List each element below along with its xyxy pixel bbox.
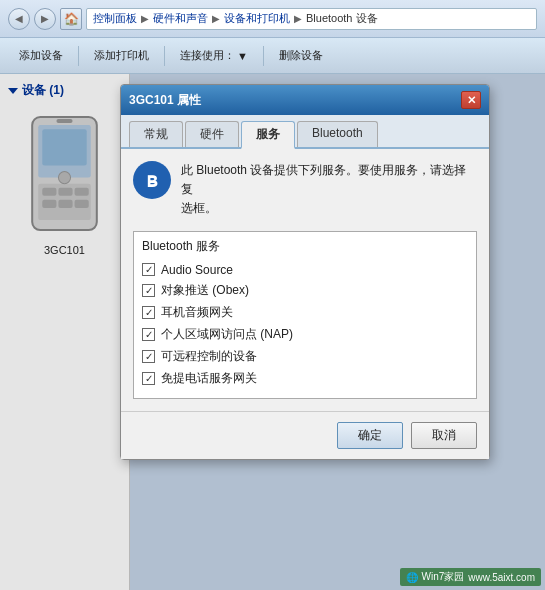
tab-services[interactable]: 服务 (241, 121, 295, 149)
service-item-obex: 对象推送 (Obex) (142, 282, 468, 299)
dropdown-arrow: ▼ (237, 50, 248, 62)
watermark: 🌐 Win7家园 www.5aixt.com (400, 568, 541, 586)
bluetooth-icon-circle: ʙ (133, 161, 171, 199)
main-content: 设备 (1) (0, 74, 545, 590)
back-button[interactable]: ◀ (8, 8, 30, 30)
dialog-body: ʙ 此 Bluetooth 设备提供下列服务。要使用服务，请选择复选框。 Blu… (121, 149, 489, 411)
dialog-close-button[interactable]: ✕ (461, 91, 481, 109)
dialog-tabs: 常规 硬件 服务 Bluetooth (121, 115, 489, 149)
dialog-titlebar: 3GC101 属性 ✕ (121, 85, 489, 115)
watermark-url: www.5aixt.com (468, 572, 535, 583)
service-checkbox-nap[interactable] (142, 328, 155, 341)
service-label-remote: 可远程控制的设备 (161, 348, 257, 365)
bluetooth-symbol: ʙ (146, 170, 158, 190)
service-label-headset: 耳机音频网关 (161, 304, 233, 321)
services-label: Bluetooth 服务 (142, 238, 468, 255)
breadcrumb: 控制面板 ▶ 硬件和声音 ▶ 设备和打印机 ▶ Bluetooth 设备 (86, 8, 537, 30)
toolbar-divider-2 (164, 46, 165, 66)
service-item-audio: Audio Source (142, 263, 468, 277)
watermark-icon: 🌐 (406, 572, 418, 583)
service-checkbox-handsfree[interactable] (142, 372, 155, 385)
ok-button[interactable]: 确定 (337, 422, 403, 449)
add-device-button[interactable]: 添加设备 (10, 44, 72, 67)
info-description: 此 Bluetooth 设备提供下列服务。要使用服务，请选择复选框。 (181, 161, 477, 219)
toolbar-divider-1 (78, 46, 79, 66)
service-item-nap: 个人区域网访问点 (NAP) (142, 326, 468, 343)
breadcrumb-controlpanel[interactable]: 控制面板 (93, 11, 137, 26)
home-button[interactable]: 🏠 (60, 8, 82, 30)
tab-hardware[interactable]: 硬件 (185, 121, 239, 147)
service-label-nap: 个人区域网访问点 (NAP) (161, 326, 293, 343)
breadcrumb-bluetooth: Bluetooth 设备 (306, 11, 378, 26)
add-printer-label: 添加打印机 (94, 48, 149, 63)
dialog-title: 3GC101 属性 (129, 92, 201, 109)
connect-button[interactable]: 连接使用： ▼ (171, 44, 257, 67)
service-checkbox-headset[interactable] (142, 306, 155, 319)
properties-dialog: 3GC101 属性 ✕ 常规 硬件 服务 Bluetooth ʙ 此 Bluet… (120, 84, 490, 460)
watermark-badge: Win7家园 (422, 570, 465, 584)
service-label-obex: 对象推送 (Obex) (161, 282, 249, 299)
breadcrumb-devices[interactable]: 设备和打印机 (224, 11, 290, 26)
service-checkbox-audio[interactable] (142, 263, 155, 276)
connect-label: 连接使用： (180, 48, 235, 63)
service-item-remote: 可远程控制的设备 (142, 348, 468, 365)
service-label-handsfree: 免提电话服务网关 (161, 370, 257, 387)
forward-button[interactable]: ▶ (34, 8, 56, 30)
tab-general[interactable]: 常规 (129, 121, 183, 147)
toolbar-divider-3 (263, 46, 264, 66)
dialog-footer: 确定 取消 (121, 411, 489, 459)
cancel-button[interactable]: 取消 (411, 422, 477, 449)
address-bar: ◀ ▶ 🏠 控制面板 ▶ 硬件和声音 ▶ 设备和打印机 ▶ Bluetooth … (0, 0, 545, 38)
toolbar: 添加设备 添加打印机 连接使用： ▼ 删除设备 (0, 38, 545, 74)
service-label-audio: Audio Source (161, 263, 233, 277)
service-checkbox-remote[interactable] (142, 350, 155, 363)
delete-device-label: 删除设备 (279, 48, 323, 63)
tab-bluetooth[interactable]: Bluetooth (297, 121, 378, 147)
service-checkbox-obex[interactable] (142, 284, 155, 297)
delete-device-button[interactable]: 删除设备 (270, 44, 332, 67)
breadcrumb-hardware[interactable]: 硬件和声音 (153, 11, 208, 26)
add-device-label: 添加设备 (19, 48, 63, 63)
services-box: Bluetooth 服务 Audio Source 对象推送 (Obex) 耳机… (133, 231, 477, 399)
service-item-handsfree: 免提电话服务网关 (142, 370, 468, 387)
service-item-headset: 耳机音频网关 (142, 304, 468, 321)
add-printer-button[interactable]: 添加打印机 (85, 44, 158, 67)
info-row: ʙ 此 Bluetooth 设备提供下列服务。要使用服务，请选择复选框。 (133, 161, 477, 219)
